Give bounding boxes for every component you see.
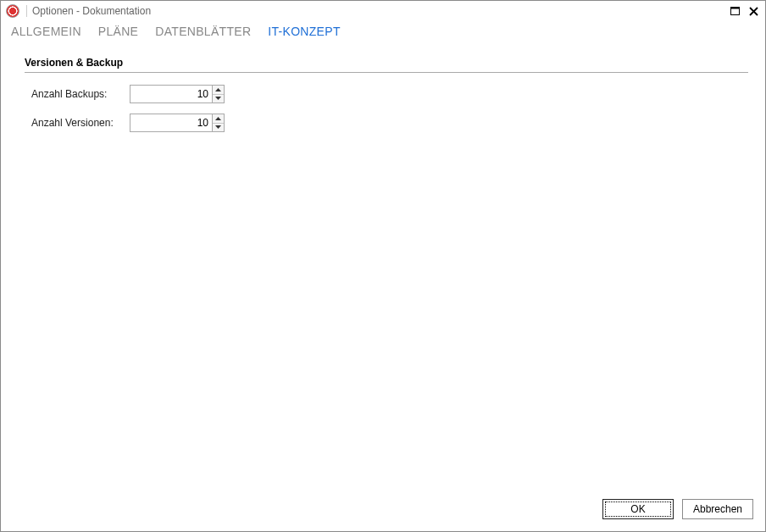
spinners-backups (212, 86, 224, 103)
dialog-window: Optionen - Dokumentation ALLGEMEIN PLÄNE… (0, 0, 766, 532)
tab-allgemein[interactable]: ALLGEMEIN (11, 25, 81, 38)
section-header: Versionen & Backup (25, 57, 748, 73)
cancel-button[interactable]: Abbrechen (682, 499, 753, 519)
row-versionen: Anzahl Versionen: (25, 114, 748, 132)
svg-rect-1 (730, 8, 739, 9)
label-backups: Anzahl Backups: (31, 88, 130, 100)
tab-bar: ALLGEMEIN PLÄNE DATENBLÄTTER IT-KONZEPT (1, 21, 765, 45)
spin-up-versionen[interactable] (213, 114, 224, 124)
app-icon (6, 4, 19, 18)
spinners-versionen (212, 114, 224, 131)
chevron-up-icon (215, 117, 221, 120)
tab-plaene[interactable]: PLÄNE (98, 25, 138, 38)
spin-down-versionen[interactable] (213, 124, 224, 132)
close-icon (749, 7, 758, 16)
row-backups: Anzahl Backups: (25, 85, 748, 103)
tab-itkonzept[interactable]: IT-KONZEPT (268, 25, 340, 38)
tab-datenblaetter[interactable]: DATENBLÄTTER (155, 25, 251, 38)
spin-up-backups[interactable] (213, 86, 224, 95)
svg-marker-5 (215, 97, 221, 100)
chevron-down-icon (215, 97, 221, 100)
label-versionen: Anzahl Versionen: (31, 117, 130, 129)
chevron-up-icon (215, 88, 221, 91)
ok-button[interactable]: OK (602, 499, 674, 519)
maximize-button[interactable] (726, 3, 743, 19)
window-title: Optionen - Dokumentation (32, 5, 151, 17)
svg-marker-4 (215, 88, 221, 91)
svg-marker-6 (215, 117, 221, 120)
titlebar: Optionen - Dokumentation (1, 1, 765, 21)
maximize-icon (730, 7, 740, 15)
chevron-down-icon (215, 125, 221, 129)
spin-down-backups[interactable] (213, 95, 224, 103)
title-separator (26, 5, 27, 17)
input-versionen[interactable] (130, 114, 212, 131)
svg-marker-7 (215, 125, 221, 129)
spinbox-backups (130, 85, 225, 103)
spinbox-versionen (130, 114, 225, 132)
content-area: Versionen & Backup Anzahl Backups: Anzah… (1, 45, 765, 490)
input-backups[interactable] (130, 86, 212, 103)
button-bar: OK Abbrechen (1, 490, 765, 531)
close-button[interactable] (745, 3, 762, 19)
